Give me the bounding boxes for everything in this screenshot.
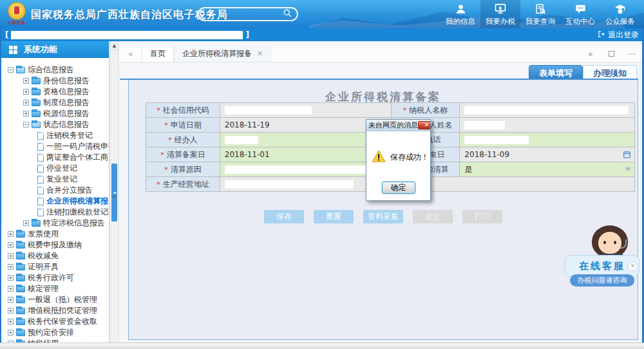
dialog-ok-button[interactable]: 确定 xyxy=(382,182,415,194)
sidebar-item-2[interactable]: +资格信息报告 xyxy=(1,86,109,97)
sidebar-item-9[interactable]: 停业登记 xyxy=(1,163,109,174)
calendar-icon[interactable] xyxy=(623,151,631,159)
sidebar-item-7[interactable]: 一照一码户清税申报 xyxy=(1,141,109,152)
sidebar-item-13[interactable]: 注销扣缴税款登记事项 xyxy=(1,207,109,218)
sidebar-item-17[interactable]: +税收减免 xyxy=(1,250,109,261)
field-value-3[interactable] xyxy=(460,118,635,133)
folder-icon xyxy=(16,275,25,281)
sidebar-item-12[interactable]: 企业所得税清算报备 xyxy=(1,196,109,207)
sidebar-item-8[interactable]: 两证整合个体工商户清税申 xyxy=(1,152,109,163)
folder-icon xyxy=(32,78,41,84)
splitter-grip-icon[interactable]: ≡ xyxy=(110,193,118,200)
search-input[interactable] xyxy=(198,7,298,21)
sidebar-item-label: 核定管理 xyxy=(28,283,59,294)
nav-item-service[interactable]: 公众服务 xyxy=(600,0,640,28)
window-tab-1[interactable]: 企业所得税清算报备✕ xyxy=(174,45,271,62)
sidebar-item-0[interactable]: −综合信息报告 xyxy=(1,64,109,75)
nav-item-label: 公众服务 xyxy=(605,17,635,26)
expand-expander-icon[interactable]: + xyxy=(23,111,29,117)
service-consult-link[interactable]: 办税问题请咨询 xyxy=(570,274,634,287)
field-label: 纳税人名称 xyxy=(409,105,448,116)
field-label: 生产经营地址 xyxy=(163,179,209,190)
sidebar-item-label: 合并分立报告 xyxy=(46,185,93,196)
field-value-1[interactable] xyxy=(460,103,635,118)
expand-expander-icon[interactable]: + xyxy=(8,264,14,270)
field-value-text: 是 xyxy=(464,164,472,175)
expand-expander-icon[interactable]: + xyxy=(8,253,14,259)
scroll-up-icon[interactable]: ▲ xyxy=(110,41,118,50)
nav-item-query[interactable]: 我要查询 xyxy=(520,0,560,28)
sidebar-item-20[interactable]: +核定管理 xyxy=(1,283,109,294)
sidebar-item-19[interactable]: +税务行政许可 xyxy=(1,272,109,283)
expand-expander-icon[interactable]: + xyxy=(8,330,14,335)
expand-expander-icon[interactable]: + xyxy=(23,89,29,95)
sidebar-item-3[interactable]: +制度信息报告 xyxy=(1,97,109,108)
expand-expander-icon[interactable]: + xyxy=(8,242,14,248)
service-close-icon[interactable]: ✕ xyxy=(628,261,638,271)
sidebar-item-24[interactable]: +预约定价安排 xyxy=(1,327,109,338)
tab-form-fill[interactable]: 表单填写 xyxy=(529,65,583,80)
more-options-icon[interactable]: ⋯ xyxy=(621,45,642,62)
subheader: [ ] 退出登录 xyxy=(0,28,644,41)
sidebar-item-6[interactable]: 注销税务登记 xyxy=(1,130,109,141)
sidebar-item-18[interactable]: +证明开具 xyxy=(1,261,109,272)
sidebar-item-5[interactable]: −状态信息报告 xyxy=(1,119,109,130)
logo-caption: 中国税务 xyxy=(6,20,28,26)
sidebar-item-23[interactable]: +税务代保管资金收取 xyxy=(1,316,109,327)
field-value-7[interactable]: 2018-11-09 xyxy=(460,147,635,162)
sidebar-item-25[interactable]: +纳税信用 xyxy=(1,338,109,343)
dropdown-caret-icon[interactable] xyxy=(625,167,631,171)
expand-expander-icon[interactable]: + xyxy=(23,100,29,106)
sidebar-item-4[interactable]: +税源信息报告 xyxy=(1,108,109,119)
field-value-5[interactable] xyxy=(460,133,635,147)
nav-item-monitor[interactable]: 我要办税 xyxy=(480,0,520,28)
sidebar-item-21[interactable]: +一般退（抵）税管理 xyxy=(1,294,109,305)
folder-icon xyxy=(32,100,41,106)
sidebar-item-14[interactable]: +特定涉税信息报告 xyxy=(1,218,109,229)
sidebar-item-label: 一照一码户清税申报 xyxy=(46,141,109,152)
form-button-2[interactable]: 资料采集 xyxy=(363,210,403,223)
nav-item-chat[interactable]: 互动中心 xyxy=(560,0,600,28)
document-icon xyxy=(37,143,44,151)
folder-icon xyxy=(32,220,41,227)
form-button-0[interactable]: 保存 xyxy=(264,210,304,223)
collapse-expander-icon[interactable]: − xyxy=(23,122,29,127)
expand-expander-icon[interactable]: + xyxy=(8,275,14,281)
logout-button[interactable]: 退出登录 xyxy=(598,30,639,41)
form-button-1[interactable]: 重置 xyxy=(314,210,354,223)
collapse-expander-icon[interactable]: − xyxy=(8,67,14,73)
sidebar-item-10[interactable]: 复业登记 xyxy=(1,174,109,185)
maximize-icon[interactable] xyxy=(601,45,621,62)
expand-expander-icon[interactable]: + xyxy=(8,286,14,292)
dialog-body: 保存成功！ 确定 xyxy=(366,131,430,200)
sidebar-item-15[interactable]: +发票使用 xyxy=(1,229,109,240)
sidebar-item-label: 注销扣缴税款登记事项 xyxy=(46,207,109,218)
sidebar-item-1[interactable]: +身份信息报告 xyxy=(1,75,109,86)
sidebar-scrollbar[interactable]: ▲ ◄ ≡ xyxy=(109,41,119,343)
field-value-9[interactable]: 是 xyxy=(460,162,635,177)
sidebar-item-22[interactable]: +增值税抵扣凭证管理 xyxy=(1,305,109,316)
field-value-0[interactable] xyxy=(220,103,392,118)
tab-notice[interactable]: 办理须知 xyxy=(583,65,637,80)
expand-expander-icon[interactable]: + xyxy=(8,308,14,314)
expand-tabs-icon[interactable]: » xyxy=(580,45,601,62)
close-tab-icon[interactable]: ✕ xyxy=(257,50,263,58)
window-tab-0[interactable]: 首页 xyxy=(142,45,174,62)
nav-item-user[interactable]: 我的信息 xyxy=(440,0,480,28)
collapse-tabs-icon[interactable]: « xyxy=(120,45,142,62)
expand-expander-icon[interactable]: + xyxy=(8,319,14,325)
expand-expander-icon[interactable]: + xyxy=(23,220,29,226)
expand-expander-icon[interactable]: + xyxy=(8,297,14,303)
expand-expander-icon[interactable]: + xyxy=(23,78,29,84)
scrollbar-thumb[interactable]: ◄ xyxy=(111,164,117,222)
sidebar-item-11[interactable]: 合并分立报告 xyxy=(1,185,109,196)
folder-icon xyxy=(16,242,25,249)
dialog-close-icon[interactable]: ✕ xyxy=(418,121,430,129)
sidebar-item-label: 纳税信用 xyxy=(28,338,59,343)
nav-item-label: 互动中心 xyxy=(565,17,595,26)
online-service-button[interactable]: 在线客服 ✕ xyxy=(565,255,639,277)
expand-expander-icon[interactable]: + xyxy=(8,231,14,237)
monitor-icon xyxy=(494,3,507,15)
sidebar-item-16[interactable]: +税费申报及缴纳 xyxy=(1,240,109,250)
user-icon xyxy=(455,3,467,15)
